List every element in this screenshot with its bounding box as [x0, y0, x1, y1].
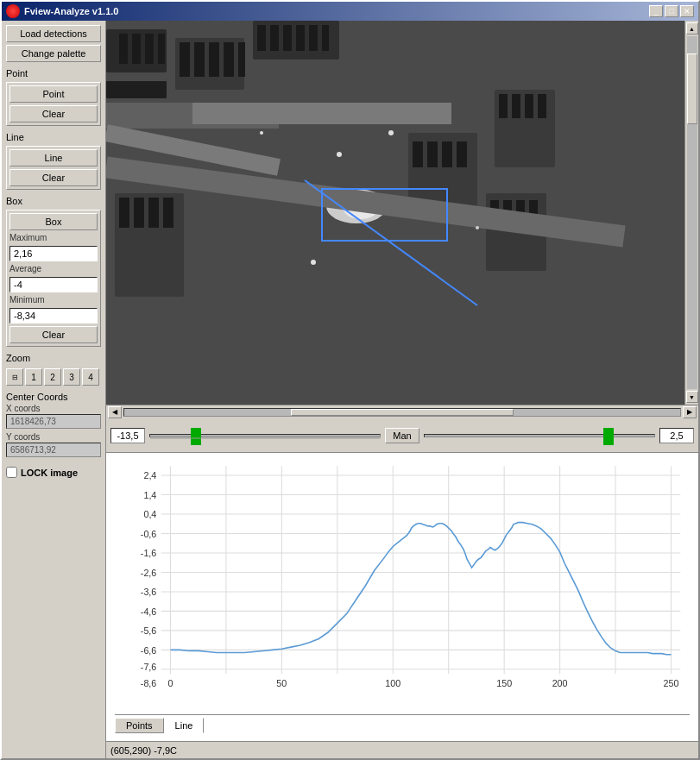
- svg-rect-36: [512, 94, 520, 118]
- svg-rect-31: [427, 141, 438, 167]
- right-panel: ▲ ▼ ◀ ▶ -13,5: [105, 21, 698, 758]
- svg-text:-7,6: -7,6: [141, 662, 157, 672]
- slider-track-right[interactable]: [424, 434, 655, 437]
- vertical-scrollbar: ▲ ▼: [684, 21, 698, 405]
- svg-text:250: 250: [664, 678, 679, 688]
- svg-rect-4: [132, 34, 141, 64]
- image-area: ▲ ▼: [106, 21, 698, 405]
- change-palette-button[interactable]: Change palette: [6, 45, 101, 62]
- app-window: Fview-Analyze v1.1.0 _ □ ✕ Load detectio…: [0, 0, 700, 760]
- line-button[interactable]: Line: [9, 149, 98, 166]
- svg-rect-5: [145, 34, 154, 64]
- svg-rect-19: [309, 25, 318, 51]
- satellite-svg: [106, 21, 698, 405]
- svg-text:-1,6: -1,6: [141, 548, 157, 558]
- svg-text:2,4: 2,4: [143, 470, 156, 480]
- svg-rect-28: [163, 198, 173, 228]
- svg-rect-21: [192, 103, 451, 124]
- point-button[interactable]: Point: [9, 85, 98, 103]
- svg-rect-2: [106, 81, 167, 98]
- svg-rect-17: [283, 25, 292, 51]
- svg-text:50: 50: [276, 678, 287, 688]
- svg-point-46: [337, 152, 342, 157]
- svg-rect-26: [134, 198, 144, 228]
- maximum-label: Maximum: [9, 233, 98, 242]
- minimize-button[interactable]: _: [649, 5, 663, 17]
- zoom-btn-2[interactable]: 1: [25, 368, 42, 386]
- svg-rect-15: [257, 25, 266, 51]
- point-section: Point Clear: [6, 82, 101, 126]
- line-section-label: Line: [6, 132, 101, 142]
- v-scroll-thumb[interactable]: [687, 53, 697, 124]
- chart-svg: 2,4 1,4 0,4 -0,6 -1,6 -2,6 -3,6 -4,6 -5,…: [115, 462, 690, 711]
- svg-text:100: 100: [385, 678, 400, 688]
- man-button[interactable]: Man: [385, 428, 419, 443]
- x-coords-value: 1618426,73: [6, 414, 101, 429]
- status-bar: (605,290) -7,9C: [106, 741, 698, 758]
- svg-text:-0,6: -0,6: [141, 529, 157, 539]
- svg-rect-30: [413, 141, 423, 167]
- svg-text:0: 0: [167, 678, 173, 688]
- zoom-label: Zoom: [6, 353, 101, 363]
- svg-rect-35: [499, 94, 508, 118]
- svg-rect-38: [538, 94, 546, 118]
- x-coords-label: X coords: [6, 404, 101, 413]
- v-scroll-track: [687, 36, 697, 389]
- scroll-down-arrow[interactable]: ▼: [686, 391, 698, 403]
- h-scroll-thumb[interactable]: [291, 409, 514, 416]
- chart-line: [170, 523, 671, 655]
- slider-track-left[interactable]: [149, 434, 381, 437]
- slider-area: -13,5 Man 2,5: [106, 418, 698, 453]
- svg-rect-16: [270, 25, 279, 51]
- scroll-up-arrow[interactable]: ▲: [686, 22, 698, 35]
- minimum-value: -8,34: [9, 308, 98, 323]
- maximum-value: 2,16: [9, 246, 98, 261]
- maximize-button[interactable]: □: [665, 5, 678, 17]
- tab-line[interactable]: Line: [164, 718, 205, 733]
- zoom-btn-4[interactable]: 3: [63, 368, 80, 386]
- minimum-label: Minimum: [9, 295, 98, 305]
- scroll-left-arrow[interactable]: ◀: [108, 406, 122, 418]
- svg-point-47: [388, 130, 394, 135]
- zoom-controls: ⊟ 1 2 3 4: [6, 368, 101, 386]
- y-coords-label: Y coords: [6, 432, 101, 442]
- tab-points[interactable]: Points: [115, 718, 164, 733]
- box-clear-button[interactable]: Clear: [9, 326, 98, 343]
- close-button[interactable]: ✕: [680, 5, 694, 17]
- title-bar-controls: _ □ ✕: [649, 5, 694, 17]
- average-value: -4: [9, 277, 98, 292]
- chart-container: 2,4 1,4 0,4 -0,6 -1,6 -2,6 -3,6 -4,6 -5,…: [115, 462, 690, 711]
- svg-rect-18: [296, 25, 305, 51]
- line-section: Line Clear: [6, 146, 101, 190]
- average-label: Average: [9, 264, 98, 273]
- svg-point-49: [260, 131, 263, 135]
- svg-text:-6,6: -6,6: [141, 645, 157, 656]
- scroll-right-arrow[interactable]: ▶: [683, 406, 697, 418]
- title-bar: Fview-Analyze v1.1.0 _ □ ✕: [2, 2, 698, 21]
- svg-rect-10: [194, 42, 205, 77]
- svg-text:0,4: 0,4: [143, 509, 156, 519]
- svg-rect-11: [209, 42, 219, 77]
- svg-rect-6: [158, 34, 165, 64]
- zoom-btn-5[interactable]: 4: [82, 368, 99, 386]
- load-detections-button[interactable]: Load detections: [6, 25, 101, 42]
- lock-checkbox[interactable]: [6, 467, 17, 478]
- box-section-label: Box: [6, 196, 101, 206]
- line-clear-button[interactable]: Clear: [9, 169, 98, 186]
- chart-tabs: Points Line: [115, 714, 690, 733]
- right-slider-thumb[interactable]: [603, 428, 614, 445]
- svg-rect-27: [148, 198, 159, 228]
- zoom-btn-3[interactable]: 2: [44, 368, 61, 386]
- slider-right-value: 2,5: [659, 428, 694, 443]
- center-coords-label: Center Coords: [6, 392, 101, 402]
- slider-left-value: -13,5: [110, 428, 145, 443]
- svg-text:150: 150: [496, 678, 512, 688]
- svg-text:-5,6: -5,6: [141, 625, 157, 636]
- box-button[interactable]: Box: [9, 213, 98, 230]
- point-clear-button[interactable]: Clear: [9, 105, 98, 122]
- svg-rect-3: [119, 34, 128, 64]
- satellite-image[interactable]: [106, 21, 698, 405]
- svg-rect-12: [224, 42, 234, 77]
- svg-rect-9: [180, 42, 190, 77]
- zoom-btn-1[interactable]: ⊟: [6, 368, 23, 386]
